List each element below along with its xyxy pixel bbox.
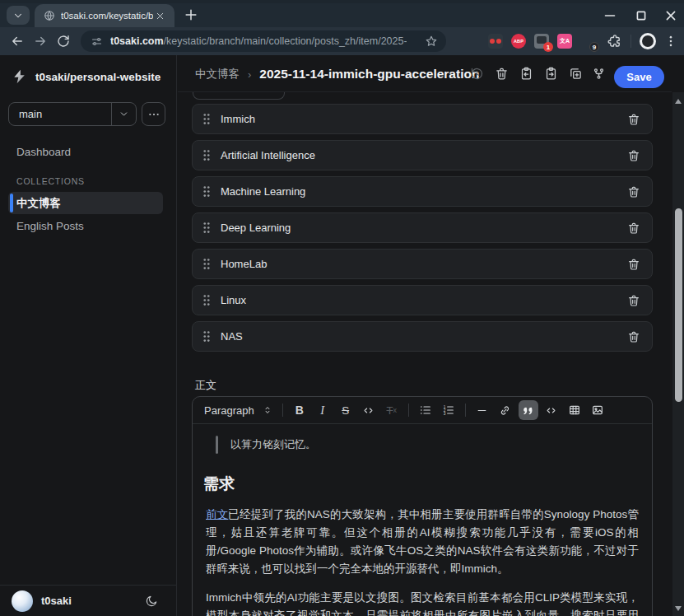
toolbar-divider: [465, 404, 466, 417]
window-maximize-button[interactable]: [632, 7, 650, 25]
extension-translate-icon[interactable]: 文A: [557, 34, 572, 49]
remove-tag-icon[interactable]: [627, 185, 640, 198]
block-type-select[interactable]: Paragraph: [204, 400, 272, 420]
toolbar-divider: [408, 404, 409, 417]
remove-tag-icon[interactable]: [627, 330, 640, 343]
tag-label: Deep Learning: [221, 222, 627, 234]
site-settings-icon[interactable]: [91, 35, 103, 48]
bullet-list-button[interactable]: [416, 400, 435, 420]
tag-row[interactable]: Linux: [192, 285, 653, 315]
toolbar-separator: [630, 35, 631, 48]
reload-button[interactable]: [56, 34, 71, 49]
scrollbar-down-arrow[interactable]: [675, 606, 682, 611]
url-path: /keystatic/branch/main/collection/posts_…: [164, 35, 407, 47]
scrollbar-thumb[interactable]: [675, 208, 682, 402]
numbered-list-button[interactable]: 123: [439, 400, 458, 420]
tag-label: Machine Learning: [221, 185, 627, 198]
scrollbar[interactable]: [672, 92, 684, 616]
strikethrough-button[interactable]: S: [336, 400, 356, 420]
clipboard-export-icon[interactable]: [544, 67, 558, 81]
repo-header[interactable]: t0saki/personal-website: [12, 68, 161, 85]
window-close-button[interactable]: [662, 7, 680, 25]
tab-search-button[interactable]: [7, 6, 30, 25]
fork-branch-icon[interactable]: [592, 67, 606, 81]
code-block-button[interactable]: [542, 400, 561, 420]
inline-code-button[interactable]: [359, 400, 379, 420]
link-button[interactable]: [496, 400, 515, 420]
select-chevrons-icon: [263, 405, 272, 415]
delete-entry-icon[interactable]: [495, 67, 509, 81]
clear-formatting-t: T: [386, 404, 393, 417]
extension-capture-icon[interactable]: 1: [534, 34, 549, 49]
browser-profile-avatar[interactable]: [640, 33, 656, 49]
rich-text-editor: Paragraph B I S Tx: [192, 396, 653, 616]
drag-handle-icon[interactable]: [202, 113, 211, 125]
clipped-field-edge: [193, 92, 285, 100]
browser-chrome: t0saki.com/keystatic/branch/: [0, 0, 684, 55]
paragraph: 前文已经提到了我的NAS的大致架构，其中相册主要使用群晖自带的Synology …: [206, 506, 639, 578]
divider-button[interactable]: [472, 400, 492, 420]
clipboard-import-icon[interactable]: [519, 67, 533, 81]
breadcrumb-collection[interactable]: 中文博客: [195, 67, 240, 82]
drag-handle-icon[interactable]: [202, 185, 211, 198]
drag-handle-icon[interactable]: [202, 258, 211, 270]
save-button[interactable]: Save: [614, 66, 664, 88]
duplicate-entry-icon[interactable]: [569, 67, 583, 81]
address-bar[interactable]: t0saki.com/keystatic/branch/main/collect…: [81, 30, 446, 52]
sidebar-item-dashboard[interactable]: Dashboard: [16, 146, 71, 158]
browser-tab[interactable]: t0saki.com/keystatic/branch/: [35, 4, 174, 27]
selected-accent-bar: [10, 194, 13, 212]
theme-toggle-moon-icon[interactable]: [145, 595, 158, 608]
extension-shield-icon[interactable]: 9: [580, 34, 595, 49]
inline-link[interactable]: 前文: [206, 508, 228, 520]
remove-tag-icon[interactable]: [627, 222, 640, 235]
sidebar-footer: t0saki: [0, 585, 176, 616]
entry-form: Immich Artificial Intelligence: [178, 92, 672, 616]
extension-badge: 1: [543, 42, 553, 52]
body-field-label: 正文: [195, 378, 216, 393]
collections-heading: COLLECTIONS: [16, 176, 85, 186]
branch-more-button[interactable]: [142, 102, 165, 126]
branch-select[interactable]: main: [8, 102, 137, 126]
table-button[interactable]: [565, 400, 584, 420]
blockquote-button[interactable]: [519, 400, 538, 420]
drag-handle-icon[interactable]: [202, 294, 211, 306]
bold-button[interactable]: B: [290, 400, 309, 420]
clear-formatting-x: x: [393, 406, 397, 414]
drag-handle-icon[interactable]: [202, 149, 211, 161]
bookmark-star-icon[interactable]: [425, 35, 438, 48]
sidebar-item-english-posts[interactable]: English Posts: [16, 220, 84, 232]
image-button[interactable]: [588, 400, 607, 420]
tag-label: Immich: [221, 113, 627, 125]
sidebar-item-chinese-posts[interactable]: 中文博客: [8, 192, 163, 214]
remove-tag-icon[interactable]: [627, 294, 640, 307]
forward-button[interactable]: [33, 34, 48, 49]
tag-row[interactable]: Deep Learning: [192, 212, 653, 243]
browser-menu-icon[interactable]: [663, 34, 678, 49]
extensions-puzzle-icon[interactable]: [607, 34, 622, 49]
new-tab-button[interactable]: [183, 7, 199, 23]
editor-content[interactable]: 以算力铭刻记忆。 需求 前文已经提到了我的NAS的大致架构，其中相册主要使用群晖…: [193, 424, 652, 616]
breadcrumb-separator: ›: [248, 68, 251, 81]
tag-label: Artificial Intelligence: [221, 149, 627, 161]
tag-row[interactable]: Machine Learning: [192, 176, 653, 207]
drag-handle-icon[interactable]: [202, 330, 211, 343]
tag-row[interactable]: HomeLab: [192, 249, 653, 279]
remove-tag-icon[interactable]: [627, 149, 640, 162]
tag-row[interactable]: NAS: [192, 321, 653, 352]
remove-tag-icon[interactable]: [627, 113, 640, 126]
drag-handle-icon[interactable]: [202, 222, 211, 234]
italic-button[interactable]: I: [313, 400, 333, 420]
reset-history-icon: [470, 67, 484, 81]
avatar-inner: [642, 35, 654, 47]
back-button[interactable]: [10, 34, 25, 49]
extension-goggles-icon[interactable]: [488, 34, 503, 49]
tab-close-icon[interactable]: [155, 11, 165, 21]
extension-adblock-icon[interactable]: ABP: [511, 34, 526, 49]
user-avatar[interactable]: [12, 590, 33, 612]
remove-tag-icon[interactable]: [627, 258, 640, 271]
scrollbar-up-arrow[interactable]: [675, 99, 682, 104]
tag-row[interactable]: Artificial Intelligence: [192, 140, 653, 170]
window-minimize-button[interactable]: [601, 7, 619, 25]
tag-row[interactable]: Immich: [192, 104, 653, 134]
